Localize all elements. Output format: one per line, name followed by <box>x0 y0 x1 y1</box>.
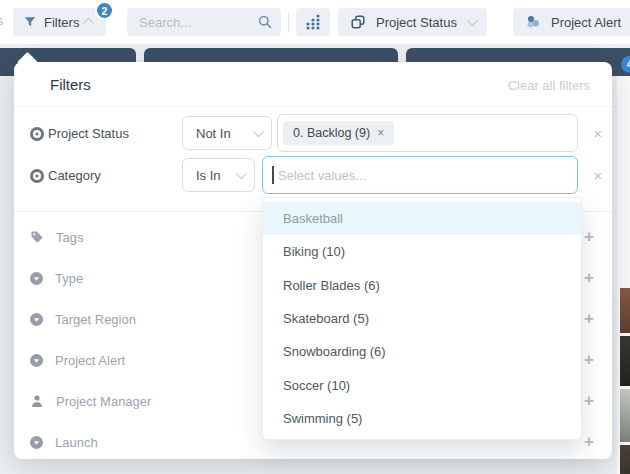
chip-remove-icon[interactable]: × <box>377 127 384 139</box>
board-view-button[interactable] <box>296 8 330 36</box>
people-cluster-icon <box>525 14 541 30</box>
project-alert-label: Project Alert <box>551 15 621 30</box>
divider <box>14 106 612 107</box>
dot-chart-icon <box>304 13 322 31</box>
add-filter-button[interactable]: + <box>580 350 598 370</box>
operator-value: Not In <box>196 126 231 141</box>
add-filter-button[interactable]: + <box>580 391 598 411</box>
circle-chevron-icon <box>30 272 43 285</box>
dropdown-option-basketball[interactable]: Basketball <box>263 202 581 235</box>
toolbar-divider <box>288 12 289 32</box>
available-filter-label: Tags <box>56 230 83 245</box>
filters-button-label: Filters <box>44 15 79 30</box>
card-photo-sliver <box>620 389 630 442</box>
status-ring-icon <box>30 169 44 183</box>
person-icon <box>30 394 44 408</box>
clipped-text-fragment: s <box>0 14 3 28</box>
filter-values-box[interactable]: 0. Backlog (9) × <box>277 114 578 152</box>
chevron-down-icon <box>253 126 264 137</box>
category-values-input[interactable] <box>262 156 578 194</box>
circle-chevron-icon <box>30 354 43 367</box>
filter-funnel-icon <box>23 15 37 29</box>
filter-field-label: Project Status <box>48 126 129 141</box>
available-filter-label: Launch <box>55 435 98 450</box>
tag-icon <box>30 230 44 244</box>
clear-all-filters-link[interactable]: Clear all filters <box>508 78 590 93</box>
group-by-icon <box>350 14 366 30</box>
operator-select[interactable]: Is In <box>182 158 255 192</box>
dropdown-option-soccer[interactable]: Soccer (10) <box>263 368 581 401</box>
card-photo-sliver <box>620 288 630 333</box>
project-alert-button[interactable]: Project Alert <box>513 8 630 36</box>
operator-select[interactable]: Not In <box>182 116 272 150</box>
filters-toggle-button[interactable]: Filters <box>13 8 106 36</box>
value-chip-label: 0. Backlog (9) <box>293 126 370 140</box>
available-filter-label: Type <box>55 271 83 286</box>
card-photo-sliver <box>620 336 630 386</box>
category-options-dropdown: Basketball Biking (10) Roller Blades (6)… <box>262 197 582 440</box>
search-input[interactable] <box>127 15 251 30</box>
search-icon <box>257 14 273 30</box>
chevron-down-icon <box>236 168 247 179</box>
operator-value: Is In <box>196 168 221 183</box>
dropdown-option-skateboard[interactable]: Skateboard (5) <box>263 302 581 335</box>
card-photo-sliver <box>620 445 630 474</box>
dropdown-option-roller-blades[interactable]: Roller Blades (6) <box>263 269 581 302</box>
available-filter-label: Project Manager <box>56 394 151 409</box>
dropdown-option-snowboarding[interactable]: Snowboarding (6) <box>263 335 581 368</box>
add-filter-button[interactable]: + <box>580 227 598 247</box>
group-by-label: Project Status <box>376 15 457 30</box>
dropdown-option-swimming[interactable]: Swimming (5) <box>263 402 581 435</box>
remove-filter-button[interactable]: × <box>589 167 607 184</box>
circle-chevron-icon <box>30 436 43 449</box>
status-ring-icon <box>30 127 44 141</box>
chevron-down-icon <box>467 15 478 26</box>
available-filter-label: Project Alert <box>55 353 125 368</box>
value-chip[interactable]: 0. Backlog (9) × <box>283 121 394 145</box>
dropdown-option-biking[interactable]: Biking (10) <box>263 235 581 268</box>
text-cursor <box>272 166 274 184</box>
remove-filter-button[interactable]: × <box>589 125 607 142</box>
add-filter-button[interactable]: + <box>580 309 598 329</box>
filter-field-label: Category <box>48 168 101 183</box>
panel-title: Filters <box>50 76 91 93</box>
group-by-project-status-button[interactable]: Project Status <box>338 8 487 36</box>
app-window: 4 s Filters 2 <box>0 0 630 474</box>
add-filter-button[interactable]: + <box>580 432 598 452</box>
toolbar: s Filters 2 <box>0 0 630 44</box>
filters-count-badge: 2 <box>95 1 114 20</box>
search-box <box>127 8 281 36</box>
circle-chevron-icon <box>30 313 43 326</box>
chevron-up-icon <box>83 18 94 29</box>
available-filter-label: Target Region <box>55 312 136 327</box>
add-filter-button[interactable]: + <box>580 268 598 288</box>
